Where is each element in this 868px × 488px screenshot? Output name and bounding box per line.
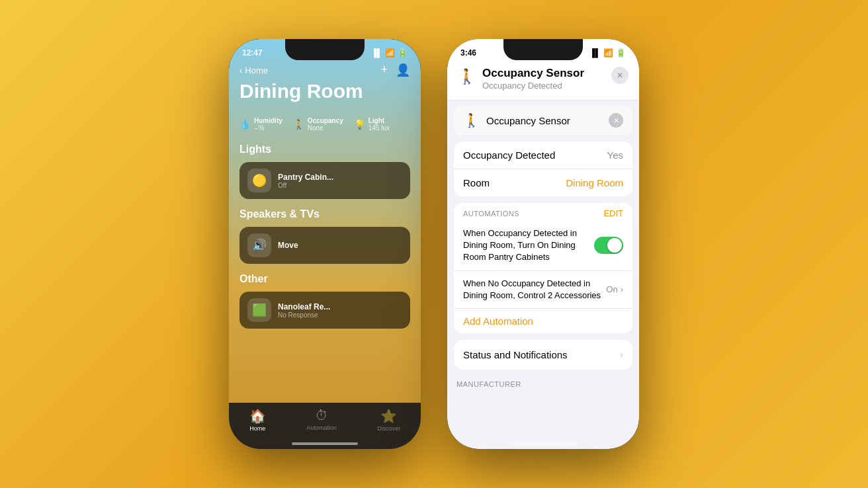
- wifi-icon: 📶: [385, 48, 395, 58]
- pantry-device-card[interactable]: 🟡 Pantry Cabin... Off: [239, 162, 410, 199]
- pantry-name: Pantry Cabin...: [278, 173, 333, 182]
- card-close-button[interactable]: ✕: [609, 113, 623, 128]
- status-notifications-chevron-icon: ›: [620, 349, 623, 360]
- back-label: Home: [245, 65, 268, 75]
- home-icon: 🏠: [249, 408, 266, 424]
- occupancy-detected-label: Occupancy Detected: [463, 149, 555, 161]
- home-indicator: [292, 442, 358, 445]
- move-device-card[interactable]: 🔊 Move: [239, 227, 410, 264]
- status-icons: ▐▌ 📶 🔋: [371, 48, 408, 58]
- occupancy-icon: 🚶: [293, 119, 304, 130]
- room-value[interactable]: Dining Room: [566, 177, 623, 188]
- status-notifications-card: Status and Notifications ›: [454, 340, 632, 370]
- humidity-icon: 💧: [239, 119, 251, 130]
- automation-1-toggle[interactable]: [594, 237, 623, 254]
- add-automation-button[interactable]: Add Automation: [454, 309, 632, 333]
- dining-header: ‹ Home + 👤 Dining Room: [229, 60, 421, 109]
- add-button[interactable]: +: [380, 63, 388, 77]
- person-button[interactable]: 👤: [396, 63, 410, 77]
- sensor-status-icons: ▐▌ 📶 🔋: [589, 48, 626, 58]
- page-title: Dining Room: [239, 80, 410, 102]
- light-sensor: 💡 Light 145 lux: [354, 117, 390, 132]
- humidity-value: --%: [254, 124, 282, 132]
- left-phone: 12:47 ▐▌ 📶 🔋 ‹ Home + 👤 Dining Room: [229, 39, 421, 449]
- automation-row-2[interactable]: When No Occupancy Detected in Dining Roo…: [454, 271, 632, 309]
- tab-home[interactable]: 🏠 Home: [249, 408, 266, 432]
- sensor-wifi-icon: 📶: [603, 48, 613, 58]
- card-sensor-icon: 🚶: [463, 112, 480, 128]
- light-value: 145 lux: [369, 124, 390, 132]
- room-row: Room Dining Room: [454, 169, 632, 196]
- tab-discover-label: Discover: [377, 425, 400, 432]
- header-sensor-name: Occupancy Sensor: [482, 67, 605, 80]
- phone-notch-right: [503, 39, 583, 60]
- occupancy-value: None: [308, 124, 343, 132]
- room-label: Room: [463, 177, 490, 188]
- tab-automation[interactable]: ⏱ Automation: [306, 408, 337, 431]
- automations-card: AUTOMATIONS EDIT When Occupancy Detected…: [454, 203, 632, 333]
- sensor-detail-header: 🚶 Occupancy Sensor Occupancy Detected ✕: [447, 60, 639, 101]
- battery-icon: 🔋: [398, 48, 408, 58]
- lights-section-title: Lights: [229, 137, 421, 159]
- header-sensor-subtitle: Occupancy Detected: [482, 81, 605, 91]
- home-indicator-right: [510, 442, 576, 445]
- automation-2-chevron-icon: ›: [621, 284, 623, 294]
- automations-label: AUTOMATIONS: [463, 210, 519, 218]
- status-notifications-row[interactable]: Status and Notifications ›: [454, 340, 632, 370]
- nanoleaf-icon: 🟩: [247, 298, 271, 322]
- automation-2-on-label: On: [606, 284, 617, 294]
- humidity-sensor: 💧 Humidity --%: [239, 117, 282, 132]
- sensor-card-row: 🚶 Occupancy Sensor ✕: [454, 106, 632, 135]
- header-sensor-info: Occupancy Sensor Occupancy Detected: [482, 67, 605, 91]
- card-sensor-name: Occupancy Sensor: [486, 115, 570, 126]
- signal-icon: ▐▌: [371, 48, 382, 58]
- move-name: Move: [278, 241, 298, 250]
- sensors-row: 💧 Humidity --% 🚶 Occupancy None 💡 Light …: [229, 112, 421, 137]
- move-icon: 🔊: [247, 233, 271, 257]
- sensor-time: 3:46: [460, 48, 476, 58]
- sensor-signal-icon: ▐▌: [589, 48, 601, 58]
- status-notifications-label: Status and Notifications: [463, 349, 568, 360]
- header-sensor-person-icon: 🚶: [458, 68, 476, 85]
- tab-discover[interactable]: ⭐ Discover: [377, 408, 400, 432]
- automation-2-text: When No Occupancy Detected in Dining Roo…: [463, 278, 606, 302]
- nanoleaf-device-card[interactable]: 🟩 Nanoleaf Re... No Response: [239, 292, 410, 329]
- light-icon: 💡: [354, 119, 365, 130]
- other-section-title: Other: [229, 266, 421, 289]
- automations-section-header: AUTOMATIONS EDIT: [454, 203, 632, 221]
- sensor-battery-icon: 🔋: [616, 48, 626, 58]
- time: 12:47: [242, 48, 263, 58]
- right-phone: 3:46 ▐▌ 📶 🔋 🚶 Occupancy Sensor Occupancy…: [447, 39, 639, 449]
- occupancy-detected-value: Yes: [607, 149, 623, 161]
- humidity-label: Humidity: [254, 117, 282, 124]
- automation-1-text: When Occupancy Detected in Dining Room, …: [463, 227, 594, 264]
- sensor-screen: 3:46 ▐▌ 📶 🔋 🚶 Occupancy Sensor Occupancy…: [447, 39, 639, 449]
- automation-icon: ⏱: [315, 408, 328, 423]
- occupancy-label: Occupancy: [308, 117, 343, 124]
- header-close-button[interactable]: ✕: [611, 67, 629, 84]
- nanoleaf-name: Nanoleaf Re...: [278, 302, 330, 311]
- back-chevron-icon: ‹: [239, 65, 242, 75]
- automations-edit-button[interactable]: EDIT: [603, 208, 623, 218]
- automation-row-1: When Occupancy Detected in Dining Room, …: [454, 221, 632, 271]
- speakers-section-title: Speakers & TVs: [229, 202, 421, 224]
- pantry-status: Off: [278, 182, 333, 189]
- pantry-icon: 🟡: [247, 169, 271, 192]
- automation-2-control: On ›: [606, 284, 623, 294]
- back-button[interactable]: ‹ Home: [239, 65, 268, 75]
- occupancy-detected-row: Occupancy Detected Yes: [454, 142, 632, 169]
- nanoleaf-status: No Response: [278, 311, 330, 319]
- tab-automation-label: Automation: [306, 425, 337, 431]
- tab-home-label: Home: [249, 425, 265, 432]
- occupancy-sensor: 🚶 Occupancy None: [293, 117, 343, 132]
- discover-icon: ⭐: [380, 408, 397, 424]
- manufacturer-section-label: MANUFACTURER: [447, 376, 639, 391]
- info-card: Occupancy Detected Yes Room Dining Room: [454, 142, 632, 196]
- dining-screen: 12:47 ▐▌ 📶 🔋 ‹ Home + 👤 Dining Room: [229, 39, 421, 449]
- phone-notch: [285, 39, 365, 60]
- light-label: Light: [369, 117, 390, 124]
